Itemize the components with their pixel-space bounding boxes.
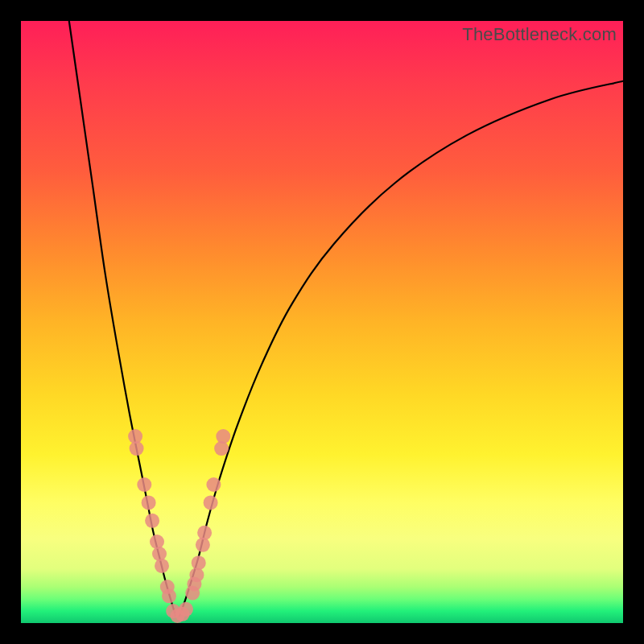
curve-left-branch xyxy=(69,21,175,616)
data-point xyxy=(150,535,164,549)
data-point xyxy=(179,602,193,617)
data-point xyxy=(152,547,167,561)
data-point xyxy=(192,555,206,570)
chart-frame: TheBottleneck.com xyxy=(0,0,644,644)
data-point xyxy=(162,588,176,603)
chart-svg xyxy=(21,21,623,623)
data-point xyxy=(206,477,221,492)
curve-right-branch xyxy=(180,81,623,616)
data-point xyxy=(197,526,212,540)
data-point xyxy=(204,495,218,510)
data-point xyxy=(216,429,230,444)
data-points-group xyxy=(128,429,230,623)
data-point xyxy=(145,514,159,528)
data-point xyxy=(155,559,169,573)
data-point xyxy=(142,495,156,510)
data-point xyxy=(137,477,151,492)
data-point xyxy=(130,441,144,456)
plot-area: TheBottleneck.com xyxy=(21,21,623,623)
